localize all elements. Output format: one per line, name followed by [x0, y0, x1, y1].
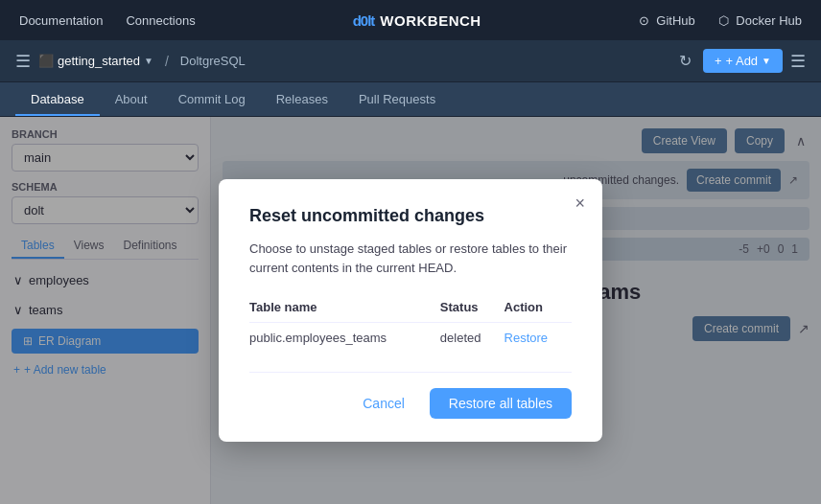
db-separator: /: [165, 54, 169, 69]
top-nav-left: Documentation Connections: [19, 13, 196, 28]
reset-modal: Reset uncommitted changes × Choose to un…: [219, 179, 602, 442]
db-schema: DoltgreSQL: [180, 54, 246, 68]
modal-row-status: deleted: [440, 323, 504, 350]
sub-nav-right: ↻ + + Add ▼ ☰: [675, 48, 806, 74]
table-row: public.employees_teams deleted Restore: [249, 323, 572, 350]
refresh-button[interactable]: ↻: [675, 48, 695, 74]
top-nav-right: ⊙ GitHub ⬡ Docker Hub: [639, 13, 802, 28]
tab-commit-log[interactable]: Commit Log: [163, 84, 261, 116]
sub-nav: ☰ ⬛ getting_started ▼ / DoltgreSQL ↻ + +…: [0, 40, 821, 82]
github-icon: ⊙: [639, 13, 649, 28]
modal-title: Reset uncommitted changes: [249, 206, 572, 226]
nav-connections[interactable]: Connections: [126, 13, 195, 28]
modal-description: Choose to unstage staged tables or resto…: [249, 240, 572, 277]
nav-github[interactable]: ⊙ GitHub: [639, 13, 695, 28]
modal-table-header-row: Table name Status Action: [249, 296, 572, 323]
dolt-logo: d0lt: [353, 12, 375, 29]
tab-releases[interactable]: Releases: [261, 84, 343, 116]
dropdown-icon: ▼: [144, 56, 153, 66]
hamburger-icon[interactable]: ☰: [15, 51, 31, 72]
restore-all-button[interactable]: Restore all tables: [430, 388, 572, 419]
modal-col-action: Action: [504, 296, 572, 323]
docker-icon: ⬡: [718, 13, 729, 28]
add-button[interactable]: + + Add ▼: [703, 49, 783, 73]
top-nav-center: d0lt WORKBENCH: [353, 12, 481, 29]
tab-pull-requests[interactable]: Pull Requests: [343, 84, 451, 116]
nav-documentation[interactable]: Documentation: [19, 13, 103, 28]
top-nav: Documentation Connections d0lt WORKBENCH…: [0, 0, 821, 40]
database-icon: ⬛: [38, 54, 54, 68]
restore-link[interactable]: Restore: [504, 331, 549, 345]
tab-database[interactable]: Database: [15, 84, 100, 116]
nav-dockerhub[interactable]: ⬡ Docker Hub: [718, 13, 802, 28]
menu-icon[interactable]: ☰: [790, 51, 806, 72]
modal-overlay[interactable]: Reset uncommitted changes × Choose to un…: [0, 117, 821, 504]
cancel-button[interactable]: Cancel: [347, 388, 420, 419]
modal-table: Table name Status Action public.employee…: [249, 296, 572, 349]
modal-row-table-name: public.employees_teams: [249, 323, 440, 350]
add-icon: +: [715, 54, 722, 68]
modal-col-table-name: Table name: [249, 296, 440, 323]
add-dropdown-icon: ▼: [762, 56, 771, 66]
main-layout: Branch main Schema dolt Tables Views Def…: [0, 117, 821, 504]
workbench-label: WORKBENCH: [380, 12, 481, 29]
tab-about[interactable]: About: [100, 84, 163, 116]
modal-footer: Cancel Restore all tables: [249, 372, 572, 419]
sub-nav-left: ☰ ⬛ getting_started ▼ / DoltgreSQL: [15, 51, 664, 72]
modal-col-status: Status: [440, 296, 504, 323]
db-name[interactable]: ⬛ getting_started ▼: [38, 54, 153, 68]
tab-bar: Database About Commit Log Releases Pull …: [0, 82, 821, 117]
modal-close-button[interactable]: ×: [575, 195, 585, 212]
